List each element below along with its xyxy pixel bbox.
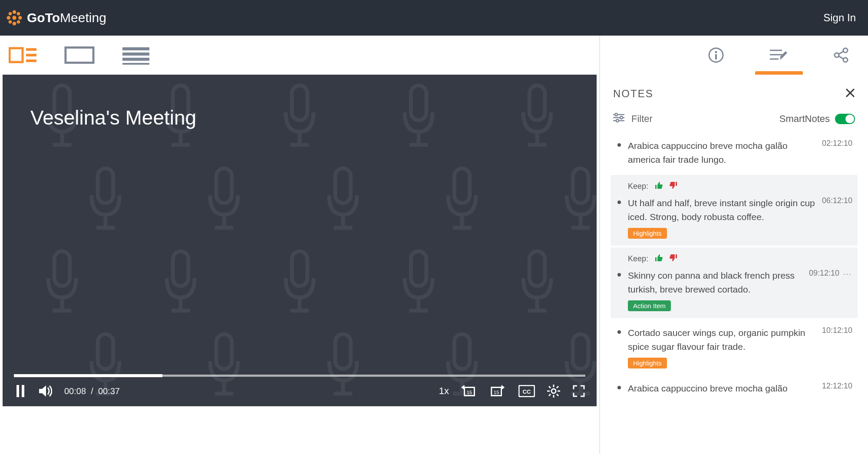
smartnotes-toggle[interactable] [835, 114, 855, 124]
thumbs-up-button[interactable] [654, 253, 663, 264]
volume-button[interactable] [39, 385, 52, 398]
playback-speed-button[interactable]: 1x [439, 385, 449, 397]
svg-rect-30 [529, 85, 545, 120]
view-toolbar [0, 36, 599, 75]
tab-share[interactable] [832, 46, 851, 65]
more-options-button[interactable]: ⋯ [843, 269, 852, 279]
svg-point-1 [13, 10, 17, 14]
svg-rect-60 [529, 251, 545, 286]
keep-row: Keep: [616, 253, 852, 264]
closed-captions-button[interactable]: CC [518, 385, 535, 398]
pause-button[interactable] [14, 385, 27, 398]
svg-line-92 [549, 386, 551, 388]
svg-point-7 [9, 20, 12, 24]
logo-icon [6, 10, 23, 26]
keep-row: Keep: [616, 181, 852, 192]
note-timestamp: 02:12:10 [822, 139, 852, 148]
time-total: 00:37 [98, 386, 120, 396]
svg-line-93 [557, 394, 558, 396]
brand-text-light: Meeting [60, 10, 106, 25]
sign-in-link[interactable]: Sign In [823, 12, 856, 24]
view-split-button[interactable] [8, 45, 38, 66]
svg-point-103 [843, 48, 848, 53]
close-notes-button[interactable] [845, 87, 855, 101]
note-item[interactable]: Arabica cappuccino breve mocha galão ame… [613, 133, 855, 173]
svg-point-87 [551, 389, 556, 393]
note-text: Skinny con panna and black french press … [628, 269, 804, 296]
video-controls: 00:08 / 00:37 1x 15 [3, 375, 597, 406]
svg-rect-16 [122, 58, 149, 61]
view-video-only-button[interactable] [64, 45, 95, 66]
svg-rect-48 [54, 251, 70, 286]
time-display: 00:08 / 00:37 [64, 386, 120, 396]
video-player[interactable]: Veselina's Meeting [3, 75, 597, 406]
bullet-icon [617, 201, 621, 204]
svg-point-105 [843, 58, 848, 62]
video-wrapper: Veselina's Meeting [0, 75, 599, 406]
svg-point-0 [12, 16, 17, 20]
tag-action-item: Action Item [628, 300, 671, 311]
app-header: GoToMeeting Sign In [0, 0, 868, 36]
svg-point-114 [620, 116, 623, 119]
smartnotes-label: SmartNotes [779, 113, 830, 125]
svg-line-106 [838, 51, 844, 54]
svg-rect-33 [98, 168, 113, 203]
svg-marker-102 [780, 51, 787, 60]
svg-rect-15 [122, 53, 149, 56]
notes-panel: NOTES Filter SmartNotes Arabic [600, 75, 868, 454]
note-timestamp: 09:12:10 [809, 269, 839, 278]
svg-rect-98 [715, 54, 717, 59]
thumbs-down-button[interactable] [669, 253, 678, 264]
svg-rect-72 [454, 334, 470, 368]
svg-rect-10 [26, 48, 36, 51]
svg-rect-57 [411, 251, 426, 286]
left-column: Veselina's Meeting [0, 36, 599, 454]
svg-rect-39 [335, 168, 351, 203]
note-item[interactable]: Keep: Skinny con panna and black french … [611, 247, 858, 318]
svg-rect-63 [98, 334, 113, 368]
thumbs-down-button[interactable] [669, 181, 678, 192]
view-list-only-button[interactable] [121, 45, 151, 66]
fullscreen-button[interactable] [572, 385, 585, 398]
svg-point-8 [17, 20, 20, 24]
keep-label: Keep: [628, 254, 648, 263]
svg-rect-9 [10, 48, 23, 62]
note-item[interactable]: Keep: Ut half and half, breve instant si… [611, 175, 858, 246]
svg-rect-17 [122, 63, 149, 65]
svg-rect-69 [335, 334, 351, 368]
svg-text:15: 15 [494, 390, 499, 395]
note-item[interactable]: Cortado saucer wings cup, organic pumpki… [613, 320, 855, 375]
video-title: Veselina's Meeting [30, 106, 196, 129]
svg-rect-42 [454, 168, 470, 203]
notes-header: NOTES [613, 87, 855, 101]
svg-marker-80 [39, 385, 46, 397]
svg-rect-36 [217, 168, 232, 203]
svg-point-4 [18, 16, 22, 20]
thumbs-up-button[interactable] [654, 181, 663, 192]
skip-forward-15-button[interactable]: 15 [490, 385, 506, 398]
note-item[interactable]: Arabica cappuccino breve mocha galão 12:… [613, 375, 855, 402]
svg-marker-83 [502, 385, 505, 390]
tab-info[interactable] [706, 46, 726, 65]
svg-rect-75 [573, 334, 588, 368]
notes-list: Arabica cappuccino breve mocha galão ame… [613, 133, 855, 402]
filter-button[interactable]: Filter [613, 113, 653, 125]
svg-rect-27 [411, 85, 426, 120]
bullet-icon [617, 386, 621, 389]
settings-gear-button[interactable] [547, 385, 560, 398]
svg-point-104 [835, 53, 839, 57]
time-current: 00:08 [64, 386, 86, 396]
svg-rect-11 [26, 54, 36, 56]
progress-track[interactable] [14, 375, 585, 377]
smartnotes-control: SmartNotes [779, 113, 855, 125]
svg-rect-14 [122, 47, 149, 50]
brand: GoToMeeting [6, 10, 106, 26]
tab-notes[interactable] [769, 46, 788, 65]
bullet-icon [617, 143, 621, 147]
svg-text:15: 15 [467, 390, 472, 395]
note-text: Ut half and half, breve instant single o… [628, 196, 817, 224]
skip-back-15-button[interactable]: 15 [461, 385, 478, 398]
notes-title: NOTES [613, 88, 653, 100]
brand-text-bold: GoTo [27, 10, 60, 25]
note-text: Cortado saucer wings cup, organic pumpki… [628, 326, 817, 353]
